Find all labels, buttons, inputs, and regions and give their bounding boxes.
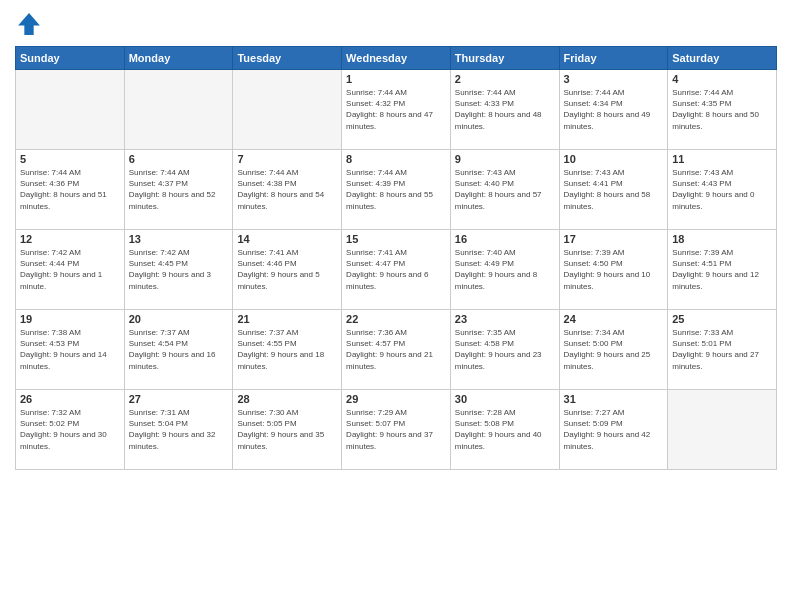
day-number: 21 bbox=[237, 313, 337, 325]
svg-marker-1 bbox=[18, 13, 40, 35]
day-info: Sunrise: 7:39 AM Sunset: 4:51 PM Dayligh… bbox=[672, 247, 772, 292]
day-info: Sunrise: 7:27 AM Sunset: 5:09 PM Dayligh… bbox=[564, 407, 664, 452]
week-row-0: 1Sunrise: 7:44 AM Sunset: 4:32 PM Daylig… bbox=[16, 70, 777, 150]
day-number: 11 bbox=[672, 153, 772, 165]
day-info: Sunrise: 7:44 AM Sunset: 4:39 PM Dayligh… bbox=[346, 167, 446, 212]
calendar-cell: 5Sunrise: 7:44 AM Sunset: 4:36 PM Daylig… bbox=[16, 150, 125, 230]
calendar-cell: 20Sunrise: 7:37 AM Sunset: 4:54 PM Dayli… bbox=[124, 310, 233, 390]
day-number: 15 bbox=[346, 233, 446, 245]
day-number: 12 bbox=[20, 233, 120, 245]
logo-icon bbox=[15, 10, 43, 38]
day-info: Sunrise: 7:34 AM Sunset: 5:00 PM Dayligh… bbox=[564, 327, 664, 372]
day-number: 5 bbox=[20, 153, 120, 165]
day-info: Sunrise: 7:42 AM Sunset: 4:44 PM Dayligh… bbox=[20, 247, 120, 292]
weekday-header-saturday: Saturday bbox=[668, 47, 777, 70]
day-number: 18 bbox=[672, 233, 772, 245]
calendar-cell: 22Sunrise: 7:36 AM Sunset: 4:57 PM Dayli… bbox=[342, 310, 451, 390]
week-row-2: 12Sunrise: 7:42 AM Sunset: 4:44 PM Dayli… bbox=[16, 230, 777, 310]
day-number: 26 bbox=[20, 393, 120, 405]
day-info: Sunrise: 7:37 AM Sunset: 4:54 PM Dayligh… bbox=[129, 327, 229, 372]
day-number: 4 bbox=[672, 73, 772, 85]
day-number: 13 bbox=[129, 233, 229, 245]
day-info: Sunrise: 7:44 AM Sunset: 4:37 PM Dayligh… bbox=[129, 167, 229, 212]
weekday-header-thursday: Thursday bbox=[450, 47, 559, 70]
logo bbox=[15, 10, 47, 38]
calendar-cell: 16Sunrise: 7:40 AM Sunset: 4:49 PM Dayli… bbox=[450, 230, 559, 310]
calendar-cell: 7Sunrise: 7:44 AM Sunset: 4:38 PM Daylig… bbox=[233, 150, 342, 230]
day-number: 8 bbox=[346, 153, 446, 165]
calendar-cell bbox=[233, 70, 342, 150]
week-row-1: 5Sunrise: 7:44 AM Sunset: 4:36 PM Daylig… bbox=[16, 150, 777, 230]
calendar-cell: 21Sunrise: 7:37 AM Sunset: 4:55 PM Dayli… bbox=[233, 310, 342, 390]
day-number: 23 bbox=[455, 313, 555, 325]
calendar-cell: 12Sunrise: 7:42 AM Sunset: 4:44 PM Dayli… bbox=[16, 230, 125, 310]
day-info: Sunrise: 7:44 AM Sunset: 4:38 PM Dayligh… bbox=[237, 167, 337, 212]
calendar-cell: 30Sunrise: 7:28 AM Sunset: 5:08 PM Dayli… bbox=[450, 390, 559, 470]
calendar-cell: 13Sunrise: 7:42 AM Sunset: 4:45 PM Dayli… bbox=[124, 230, 233, 310]
calendar-cell: 29Sunrise: 7:29 AM Sunset: 5:07 PM Dayli… bbox=[342, 390, 451, 470]
day-number: 10 bbox=[564, 153, 664, 165]
day-info: Sunrise: 7:39 AM Sunset: 4:50 PM Dayligh… bbox=[564, 247, 664, 292]
day-info: Sunrise: 7:37 AM Sunset: 4:55 PM Dayligh… bbox=[237, 327, 337, 372]
calendar-cell: 10Sunrise: 7:43 AM Sunset: 4:41 PM Dayli… bbox=[559, 150, 668, 230]
day-info: Sunrise: 7:41 AM Sunset: 4:46 PM Dayligh… bbox=[237, 247, 337, 292]
calendar-cell: 17Sunrise: 7:39 AM Sunset: 4:50 PM Dayli… bbox=[559, 230, 668, 310]
day-number: 31 bbox=[564, 393, 664, 405]
day-info: Sunrise: 7:33 AM Sunset: 5:01 PM Dayligh… bbox=[672, 327, 772, 372]
day-info: Sunrise: 7:44 AM Sunset: 4:33 PM Dayligh… bbox=[455, 87, 555, 132]
day-info: Sunrise: 7:44 AM Sunset: 4:32 PM Dayligh… bbox=[346, 87, 446, 132]
day-info: Sunrise: 7:43 AM Sunset: 4:40 PM Dayligh… bbox=[455, 167, 555, 212]
day-number: 24 bbox=[564, 313, 664, 325]
day-number: 14 bbox=[237, 233, 337, 245]
day-number: 9 bbox=[455, 153, 555, 165]
weekday-header-row: SundayMondayTuesdayWednesdayThursdayFrid… bbox=[16, 47, 777, 70]
day-number: 30 bbox=[455, 393, 555, 405]
calendar-cell: 1Sunrise: 7:44 AM Sunset: 4:32 PM Daylig… bbox=[342, 70, 451, 150]
calendar-cell: 6Sunrise: 7:44 AM Sunset: 4:37 PM Daylig… bbox=[124, 150, 233, 230]
week-row-4: 26Sunrise: 7:32 AM Sunset: 5:02 PM Dayli… bbox=[16, 390, 777, 470]
calendar-cell: 25Sunrise: 7:33 AM Sunset: 5:01 PM Dayli… bbox=[668, 310, 777, 390]
day-number: 17 bbox=[564, 233, 664, 245]
day-number: 28 bbox=[237, 393, 337, 405]
calendar-cell bbox=[668, 390, 777, 470]
calendar-cell: 8Sunrise: 7:44 AM Sunset: 4:39 PM Daylig… bbox=[342, 150, 451, 230]
calendar-cell: 31Sunrise: 7:27 AM Sunset: 5:09 PM Dayli… bbox=[559, 390, 668, 470]
day-number: 2 bbox=[455, 73, 555, 85]
week-row-3: 19Sunrise: 7:38 AM Sunset: 4:53 PM Dayli… bbox=[16, 310, 777, 390]
weekday-header-friday: Friday bbox=[559, 47, 668, 70]
day-number: 20 bbox=[129, 313, 229, 325]
calendar-cell: 3Sunrise: 7:44 AM Sunset: 4:34 PM Daylig… bbox=[559, 70, 668, 150]
calendar-cell: 2Sunrise: 7:44 AM Sunset: 4:33 PM Daylig… bbox=[450, 70, 559, 150]
day-info: Sunrise: 7:44 AM Sunset: 4:34 PM Dayligh… bbox=[564, 87, 664, 132]
day-number: 25 bbox=[672, 313, 772, 325]
day-number: 7 bbox=[237, 153, 337, 165]
day-info: Sunrise: 7:29 AM Sunset: 5:07 PM Dayligh… bbox=[346, 407, 446, 452]
day-info: Sunrise: 7:35 AM Sunset: 4:58 PM Dayligh… bbox=[455, 327, 555, 372]
calendar-cell: 4Sunrise: 7:44 AM Sunset: 4:35 PM Daylig… bbox=[668, 70, 777, 150]
day-info: Sunrise: 7:36 AM Sunset: 4:57 PM Dayligh… bbox=[346, 327, 446, 372]
day-info: Sunrise: 7:43 AM Sunset: 4:43 PM Dayligh… bbox=[672, 167, 772, 212]
day-info: Sunrise: 7:30 AM Sunset: 5:05 PM Dayligh… bbox=[237, 407, 337, 452]
page: SundayMondayTuesdayWednesdayThursdayFrid… bbox=[0, 0, 792, 612]
calendar-cell: 11Sunrise: 7:43 AM Sunset: 4:43 PM Dayli… bbox=[668, 150, 777, 230]
calendar-cell: 23Sunrise: 7:35 AM Sunset: 4:58 PM Dayli… bbox=[450, 310, 559, 390]
weekday-header-wednesday: Wednesday bbox=[342, 47, 451, 70]
day-number: 6 bbox=[129, 153, 229, 165]
day-number: 22 bbox=[346, 313, 446, 325]
calendar-cell: 14Sunrise: 7:41 AM Sunset: 4:46 PM Dayli… bbox=[233, 230, 342, 310]
weekday-header-sunday: Sunday bbox=[16, 47, 125, 70]
day-info: Sunrise: 7:42 AM Sunset: 4:45 PM Dayligh… bbox=[129, 247, 229, 292]
calendar-table: SundayMondayTuesdayWednesdayThursdayFrid… bbox=[15, 46, 777, 470]
calendar-cell: 26Sunrise: 7:32 AM Sunset: 5:02 PM Dayli… bbox=[16, 390, 125, 470]
day-info: Sunrise: 7:38 AM Sunset: 4:53 PM Dayligh… bbox=[20, 327, 120, 372]
day-number: 3 bbox=[564, 73, 664, 85]
calendar-cell: 28Sunrise: 7:30 AM Sunset: 5:05 PM Dayli… bbox=[233, 390, 342, 470]
day-info: Sunrise: 7:43 AM Sunset: 4:41 PM Dayligh… bbox=[564, 167, 664, 212]
weekday-header-tuesday: Tuesday bbox=[233, 47, 342, 70]
day-info: Sunrise: 7:41 AM Sunset: 4:47 PM Dayligh… bbox=[346, 247, 446, 292]
calendar-cell: 15Sunrise: 7:41 AM Sunset: 4:47 PM Dayli… bbox=[342, 230, 451, 310]
day-info: Sunrise: 7:28 AM Sunset: 5:08 PM Dayligh… bbox=[455, 407, 555, 452]
day-info: Sunrise: 7:44 AM Sunset: 4:35 PM Dayligh… bbox=[672, 87, 772, 132]
weekday-header-monday: Monday bbox=[124, 47, 233, 70]
day-info: Sunrise: 7:32 AM Sunset: 5:02 PM Dayligh… bbox=[20, 407, 120, 452]
